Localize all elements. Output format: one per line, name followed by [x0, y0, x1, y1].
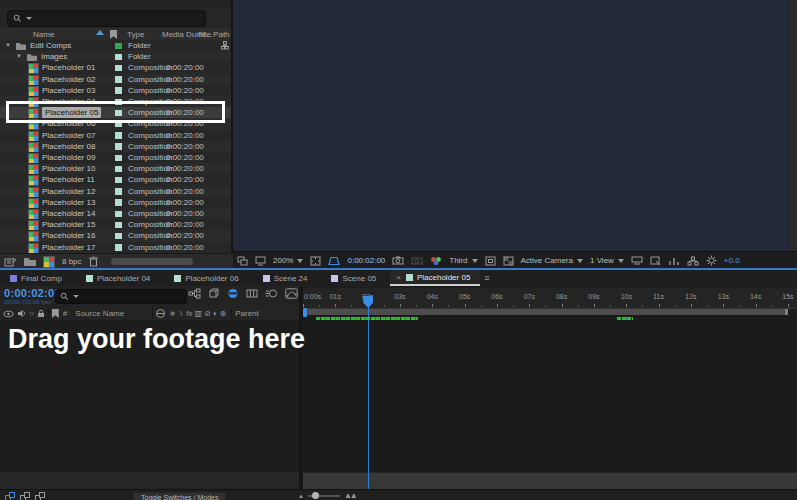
camera-select[interactable]: Active Camera	[521, 256, 583, 265]
expand-in-out-stretch-button[interactable]	[35, 492, 45, 500]
time-ruler[interactable]: 0:00s01s02s03s04s05s06s07s08s09s10s11s12…	[303, 288, 797, 309]
label-column-icon[interactable]	[52, 309, 59, 318]
three-d-layer-icon[interactable]: ⊕	[220, 310, 227, 318]
search-options-caret-icon[interactable]	[73, 295, 79, 298]
timeline-graph-area[interactable]: 0:00s01s02s03s04s05s06s07s08s09s10s11s12…	[303, 288, 797, 489]
label-color-swatch[interactable]	[115, 177, 122, 184]
show-channels-icon[interactable]	[430, 256, 442, 266]
column-name[interactable]: Name	[33, 30, 54, 39]
pixel-aspect-icon[interactable]	[631, 256, 643, 265]
quality-switch-icon[interactable]: \	[180, 310, 182, 318]
project-item-name[interactable]: Placeholder 12	[42, 186, 95, 197]
always-preview-icon[interactable]	[237, 256, 248, 266]
project-item-row[interactable]: ▼Edit CompsFolder	[0, 40, 231, 51]
label-color-swatch[interactable]	[115, 132, 122, 139]
project-item-name[interactable]: Edit Comps	[30, 40, 71, 51]
column-file-path[interactable]: File Path	[198, 30, 230, 39]
label-color-swatch[interactable]	[115, 222, 122, 229]
project-item-name[interactable]: Placeholder 01	[42, 62, 95, 73]
effects-fx-icon[interactable]: fx	[186, 310, 192, 318]
viewer-timecode[interactable]: 0:00:02:00	[347, 256, 385, 265]
twirl-expand-icon[interactable]: ▼	[16, 51, 22, 62]
label-color-swatch[interactable]	[115, 43, 122, 50]
video-eye-icon[interactable]	[3, 310, 14, 318]
interpret-footage-icon[interactable]	[4, 257, 17, 267]
project-item-row[interactable]: Placeholder 12Composition0:00:20:00	[0, 186, 231, 197]
project-item-name[interactable]: Placeholder 07	[42, 130, 95, 141]
project-item-row[interactable]: Placeholder 08Composition0:00:20:00	[0, 141, 231, 152]
label-color-swatch[interactable]	[115, 166, 122, 173]
solo-icon[interactable]: ○	[29, 310, 34, 318]
label-color-swatch[interactable]	[115, 87, 122, 94]
composition-flowchart-icon[interactable]	[687, 256, 699, 266]
project-item-name[interactable]: Placeholder 08	[42, 141, 95, 152]
shy-switch-icon[interactable]	[156, 309, 165, 318]
motion-blur-icon[interactable]	[265, 288, 278, 299]
zoom-out-mountain-icon[interactable]: ▲	[298, 493, 304, 499]
project-item-name[interactable]: Placeholder 17	[42, 242, 95, 253]
draft-3d-icon[interactable]	[208, 288, 220, 299]
new-folder-icon[interactable]	[24, 257, 36, 266]
project-item-name[interactable]: Images	[41, 51, 67, 62]
label-color-swatch[interactable]	[115, 199, 122, 206]
timeline-search-input[interactable]	[55, 289, 187, 304]
frame-blending-icon[interactable]	[246, 288, 258, 299]
project-item-row[interactable]: Placeholder 01Composition0:00:20:00	[0, 62, 231, 73]
primary-monitor-icon[interactable]	[255, 256, 266, 266]
expand-layer-switches-button[interactable]	[5, 492, 15, 500]
parent-column[interactable]: Parent	[235, 309, 259, 318]
zoom-slider-knob[interactable]	[312, 492, 319, 499]
toggle-switches-modes-button[interactable]: Toggle Switches / Modes	[133, 492, 226, 500]
project-item-row[interactable]: ▼ImagesFolder	[0, 51, 231, 62]
project-item-row[interactable]: Placeholder 15Composition0:00:20:00	[0, 219, 231, 230]
twirl-expand-icon[interactable]: ▼	[5, 40, 11, 51]
mask-path-visibility-icon[interactable]	[328, 256, 340, 266]
view-layout-select[interactable]: 1 View	[590, 256, 624, 265]
project-item-name[interactable]: Placeholder 10	[42, 163, 95, 174]
project-item-row[interactable]: Placeholder 09Composition0:00:20:00	[0, 152, 231, 163]
label-color-swatch[interactable]	[115, 65, 122, 72]
settings-gear-icon[interactable]	[706, 255, 717, 266]
project-item-name[interactable]: Placeholder 13	[42, 197, 95, 208]
panel-menu-icon[interactable]: ≡	[484, 273, 489, 283]
frame-blend-column-icon[interactable]: ▥	[194, 310, 202, 318]
work-area-bar[interactable]	[303, 309, 788, 315]
label-color-swatch[interactable]	[115, 211, 122, 218]
transparency-grid-icon[interactable]	[503, 256, 514, 266]
lock-icon[interactable]	[37, 309, 45, 318]
expand-transfer-controls-button[interactable]	[20, 492, 30, 500]
hide-shy-layers-icon[interactable]	[227, 288, 239, 299]
project-item-name[interactable]: Placeholder 14	[42, 208, 95, 219]
project-item-name[interactable]: Placeholder 09	[42, 152, 95, 163]
timeline-horizontal-scrollbar[interactable]	[303, 472, 797, 489]
project-item-row[interactable]: Placeholder 16Composition0:00:20:00	[0, 230, 231, 241]
magnification-select[interactable]: 200%	[273, 256, 303, 265]
composition-view-area[interactable]	[233, 0, 790, 251]
label-color-swatch[interactable]	[115, 233, 122, 240]
current-time-display[interactable]: 0:00:02:00	[4, 287, 61, 299]
project-item-name[interactable]: Placeholder 02	[42, 74, 95, 85]
timeline-tab-scene-05[interactable]: Scene 05	[321, 270, 390, 286]
project-horizontal-scrollbar[interactable]	[111, 258, 193, 265]
timeline-tab-scene-24[interactable]: Scene 24	[253, 270, 322, 286]
new-composition-icon[interactable]	[43, 256, 55, 268]
timeline-tab-placeholder-04[interactable]: Placeholder 04	[76, 270, 164, 286]
project-item-row[interactable]: Placeholder 03Composition0:00:20:00	[0, 85, 231, 96]
resolution-select[interactable]: Third	[449, 256, 477, 265]
label-color-swatch[interactable]	[115, 54, 122, 61]
zoom-slider-track[interactable]	[308, 495, 340, 497]
close-tab-icon[interactable]: ×	[396, 273, 401, 282]
mini-flowchart-icon[interactable]	[188, 288, 201, 299]
project-item-name[interactable]: Placeholder 15	[42, 219, 95, 230]
motion-blur-column-icon[interactable]: ⊘	[204, 310, 211, 318]
project-item-name[interactable]: Placeholder 03	[42, 85, 95, 96]
project-item-row[interactable]: Placeholder 13Composition0:00:20:00	[0, 197, 231, 208]
label-color-swatch[interactable]	[115, 143, 122, 150]
source-name-column[interactable]: Source Name	[75, 309, 124, 318]
show-snapshot-icon[interactable]	[411, 256, 423, 265]
adjustment-layer-icon[interactable]: ◐	[213, 310, 218, 318]
project-item-row[interactable]: Placeholder 11Composition0:00:20:00	[0, 174, 231, 185]
project-item-row[interactable]: Placeholder 10Composition0:00:20:00	[0, 163, 231, 174]
region-of-interest-icon[interactable]	[485, 256, 496, 266]
project-item-row[interactable]: Placeholder 14Composition0:00:20:00	[0, 208, 231, 219]
